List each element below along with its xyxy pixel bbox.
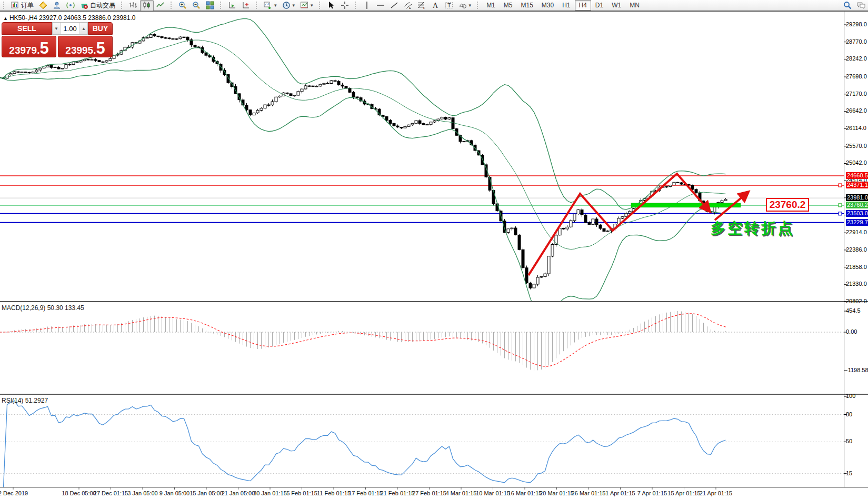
macd-histogram bbox=[0, 311, 726, 371]
axis-tick-label: 28770.0 bbox=[846, 38, 868, 45]
candles bbox=[0, 34, 727, 290]
time-label: 10 Mar 01:15 bbox=[476, 490, 510, 496]
price-chart[interactable] bbox=[0, 0, 868, 499]
axis-tick-label: 15 bbox=[846, 470, 868, 477]
axis-tick-label: 21330.0 bbox=[846, 281, 868, 287]
price-tag-annotation: 23760.2 bbox=[766, 198, 809, 212]
sell-button[interactable]: SELL bbox=[2, 22, 52, 35]
turning-point-annotation: 多空转折点 bbox=[711, 218, 795, 238]
time-label: 21 Feb 01:15 bbox=[381, 490, 415, 496]
time-label: 26 Mar 01:15 bbox=[572, 490, 606, 496]
price-line-label: 24660.5 bbox=[846, 172, 868, 179]
time-label: 27 Dec 01:15 bbox=[94, 490, 128, 496]
rsi-label: RSI(14) 51.2927 bbox=[2, 397, 48, 404]
volume-decrease-button[interactable]: ▼ bbox=[53, 23, 61, 34]
sell-price-dec: 5 bbox=[39, 42, 48, 55]
support-zone-bar bbox=[631, 203, 741, 207]
axis-tick-label: 26642.0 bbox=[846, 107, 868, 114]
axis-tick-label: 80 bbox=[846, 411, 868, 418]
trend-zigzag-arrow bbox=[528, 174, 709, 275]
time-label: 18 Dec 05:00 bbox=[62, 490, 96, 496]
symbol-icon: ▲ bbox=[3, 16, 8, 21]
time-label: 7 Apr 01:15 bbox=[637, 490, 667, 496]
time-label: 21 Jan 05:00 bbox=[222, 490, 255, 496]
time-label: 17 Feb 01:15 bbox=[348, 490, 383, 496]
axis-tick-label: 29298.0 bbox=[846, 21, 868, 28]
axis-tick-label: -1198.58 bbox=[846, 367, 868, 374]
axis-tick-label: 27170.0 bbox=[846, 91, 868, 97]
volume-value[interactable]: 1.00 bbox=[61, 23, 79, 34]
time-label: 15 Jan 05:00 bbox=[189, 490, 223, 496]
chart-title: ▲HK50-,H4 23927.0 24063.5 23886.0 23981.… bbox=[3, 14, 135, 22]
axis-tick-label: 22914.0 bbox=[846, 229, 868, 236]
axis-tick-label: 50 bbox=[846, 438, 868, 445]
rsi-line bbox=[4, 401, 726, 487]
time-label: 5 Feb 01:15 bbox=[286, 490, 317, 496]
volume-spinner: ▼ 1.00 ▲ bbox=[52, 22, 88, 35]
time-label: 9 Jan 05:00 bbox=[159, 490, 190, 496]
sell-price-int: 23979 bbox=[9, 45, 37, 55]
sell-price[interactable]: 23979.5 bbox=[2, 36, 56, 57]
buy-button[interactable]: BUY bbox=[88, 22, 113, 35]
macd-label: MACD(12,26,9) 50.30 133.45 bbox=[2, 304, 84, 312]
buy-price[interactable]: 23995.5 bbox=[58, 36, 113, 57]
time-label: 3 Jan 05:00 bbox=[127, 490, 158, 496]
time-label: 11 Feb 01:15 bbox=[317, 490, 351, 496]
time-label: 4 Mar 01:15 bbox=[446, 490, 477, 496]
buy-price-int: 23995 bbox=[65, 45, 93, 55]
bollinger-bands bbox=[0, 19, 726, 318]
mt4-window: 订单自动交易▾▾▾EFAT▾M1M5M15M30H1H4D1W1MN ▲HK50… bbox=[0, 0, 868, 499]
time-label: 21 Apr 01:15 bbox=[700, 490, 732, 496]
axis-tick-label: 28242.0 bbox=[846, 55, 868, 62]
price-line-label: 24371.1 bbox=[846, 182, 868, 188]
line-handle[interactable] bbox=[839, 212, 842, 215]
axis-tick-label: 0.00 bbox=[846, 328, 868, 335]
axis-tick-label: 26114.0 bbox=[846, 125, 868, 132]
price-line-label: 23503.0 bbox=[846, 210, 868, 217]
axis-tick-label: 454.5 bbox=[846, 307, 868, 314]
volume-increase-button[interactable]: ▲ bbox=[79, 23, 87, 34]
time-label: 16 Mar 01:15 bbox=[508, 490, 542, 496]
axis-tick-label: 27698.0 bbox=[846, 73, 868, 80]
time-label: 1 Apr 01:15 bbox=[605, 490, 635, 496]
axis-tick-label: 21858.0 bbox=[846, 264, 868, 271]
time-label: 20 Mar 01:15 bbox=[540, 490, 574, 496]
axis-tick-label: 25042.0 bbox=[846, 159, 868, 166]
time-label: 27 Feb 01:15 bbox=[412, 490, 446, 496]
axis-tick-label: 22386.0 bbox=[846, 246, 868, 253]
axis-tick-label: 25570.0 bbox=[846, 143, 868, 149]
macd-signal-line bbox=[0, 314, 726, 367]
buy-price-dec: 5 bbox=[96, 42, 105, 55]
time-label: 2 Dec 2019 bbox=[0, 490, 28, 496]
price-line-label: 23229.7 bbox=[846, 219, 868, 226]
price-line-label: 23981.0 bbox=[846, 194, 868, 201]
one-click-trading-panel: SELL ▼ 1.00 ▲ BUY 23979.5 23995.5 bbox=[2, 22, 113, 57]
line-handle[interactable] bbox=[839, 184, 842, 187]
price-line-label: 23760.2 bbox=[846, 202, 868, 208]
chart-title-text: HK50-,H4 23927.0 24063.5 23886.0 23981.0 bbox=[9, 14, 136, 22]
time-label: 15 Apr 01:15 bbox=[667, 490, 700, 496]
axis-tick-label: 20802.0 bbox=[846, 298, 868, 305]
line-handle[interactable] bbox=[839, 204, 842, 207]
time-label: 30 Jan 01:15 bbox=[253, 490, 287, 496]
axis-tick-label: 100 bbox=[846, 393, 868, 400]
